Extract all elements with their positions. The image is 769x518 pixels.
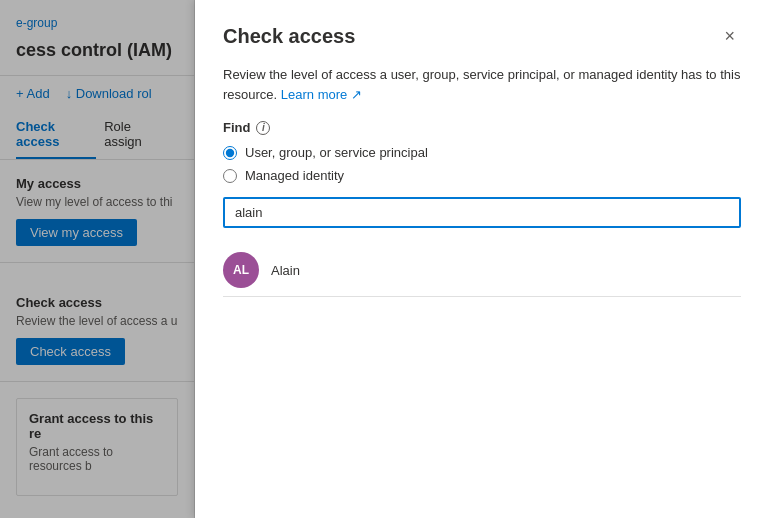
radio-user-group[interactable]: User, group, or service principal (223, 145, 741, 160)
modal-header: Check access × (223, 24, 741, 49)
radio-group: User, group, or service principal Manage… (223, 145, 741, 183)
result-name: Alain (271, 263, 300, 278)
close-button[interactable]: × (718, 24, 741, 49)
modal-title: Check access (223, 25, 355, 48)
radio-managed-identity-label: Managed identity (245, 168, 344, 183)
info-icon: i (256, 121, 270, 135)
avatar: AL (223, 252, 259, 288)
radio-managed-identity-input[interactable] (223, 169, 237, 183)
radio-user-group-input[interactable] (223, 146, 237, 160)
modal-description: Review the level of access a user, group… (223, 65, 741, 104)
results-divider (223, 296, 741, 297)
find-label: Find i (223, 120, 741, 135)
check-access-modal: Check access × Review the level of acces… (195, 0, 769, 518)
radio-user-group-label: User, group, or service principal (245, 145, 428, 160)
search-input[interactable] (223, 197, 741, 228)
result-item[interactable]: AL Alain (223, 244, 741, 296)
radio-managed-identity[interactable]: Managed identity (223, 168, 741, 183)
learn-more-link[interactable]: Learn more ↗ (281, 87, 362, 102)
